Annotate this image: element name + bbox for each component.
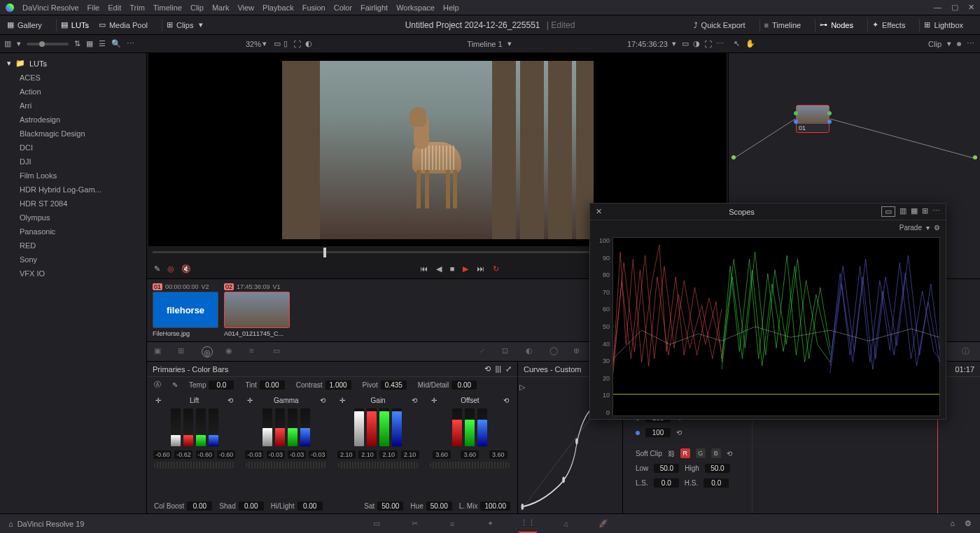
color-bar[interactable]	[288, 408, 298, 446]
hilight-value[interactable]: 0.00	[298, 502, 323, 511]
luts-item[interactable]: ACES	[0, 71, 146, 85]
prev-clip-icon[interactable]: ⏮	[420, 264, 428, 273]
ls-value[interactable]: 0.0	[654, 478, 679, 488]
media-pool-button[interactable]: ▭Media Pool	[99, 20, 148, 29]
middetail-value[interactable]: 0.00	[451, 381, 477, 390]
auto-icon[interactable]: Ⓐ	[154, 380, 161, 390]
sort-icon[interactable]: ⇅	[74, 39, 80, 48]
color-bar[interactable]	[275, 408, 285, 446]
qualifier-icon[interactable]: ◎	[167, 264, 174, 273]
luts-item[interactable]: DJI	[0, 155, 146, 169]
high-value[interactable]: 50.0	[705, 464, 730, 473]
channel-value[interactable]: 100	[645, 428, 671, 437]
color-bar[interactable]	[477, 408, 487, 446]
mute-icon[interactable]: 🔇	[181, 264, 191, 273]
clips-button[interactable]: ⊞Clips▾	[167, 20, 203, 29]
layout-4-icon[interactable]: ▦	[911, 206, 918, 217]
rgb-g-button[interactable]: G	[696, 448, 706, 458]
timeline-name[interactable]: Timeline 1	[467, 40, 502, 48]
jog-wheel[interactable]	[154, 462, 234, 469]
rgb-r-button[interactable]: R	[680, 448, 690, 458]
chevron-down-icon[interactable]: ▾	[262, 39, 267, 48]
list-view-icon[interactable]: ☰	[99, 39, 106, 48]
hdr-icon[interactable]: ◉	[225, 346, 237, 357]
menu-playback[interactable]: Playback	[262, 3, 294, 12]
luts-item[interactable]: VFX IO	[0, 266, 146, 280]
fusion-page-icon[interactable]: ✦	[481, 515, 499, 533]
color-bar[interactable]	[209, 408, 218, 446]
bar-value[interactable]: -0.60	[153, 450, 172, 459]
viewer-mode-icon[interactable]: ▭	[274, 39, 281, 48]
nodes-button[interactable]: ⊶Nodes	[820, 20, 853, 29]
edit-page-icon[interactable]: ≡	[443, 515, 461, 533]
picker-icon[interactable]: ✛	[247, 397, 253, 404]
color-bar[interactable]	[452, 408, 462, 446]
luts-item[interactable]: Sony	[0, 253, 146, 266]
color-bar[interactable]	[367, 408, 377, 446]
color-page-icon[interactable]: ⋮⋮	[519, 515, 537, 533]
color-bar[interactable]	[465, 408, 475, 446]
settings-icon[interactable]: ⚙	[965, 519, 972, 528]
layout-1-icon[interactable]: ▭	[881, 206, 895, 217]
luts-item[interactable]: DCI	[0, 141, 146, 155]
options-icon[interactable]: ⋯	[127, 39, 134, 48]
bar-value[interactable]: 3.60	[461, 450, 479, 459]
menu-file[interactable]: File	[88, 3, 100, 12]
lmix-value[interactable]: 100.00	[480, 502, 510, 511]
layout-grid-icon[interactable]: ⊞	[922, 206, 928, 217]
picker-icon[interactable]: ✎	[154, 264, 160, 273]
menu-workspace[interactable]: Workspace	[396, 3, 435, 12]
curves-icon[interactable]: ⟋	[478, 346, 489, 357]
color-bar[interactable]	[171, 408, 181, 446]
motion-icon[interactable]: ▭	[273, 346, 284, 357]
expand-icon[interactable]: ⛶	[293, 40, 301, 48]
effects-button[interactable]: ✦Effects	[872, 20, 905, 29]
viewer-mode-icon[interactable]: ▯	[284, 39, 288, 48]
close-icon[interactable]: ✕	[968, 3, 974, 12]
color-bar[interactable]	[379, 408, 389, 446]
bar-value[interactable]: -0.03	[245, 450, 263, 459]
hs-value[interactable]: 0.0	[704, 478, 729, 488]
menu-timeline[interactable]: Timeline	[153, 3, 182, 12]
cut-page-icon[interactable]: ✂	[405, 515, 424, 533]
clip-label[interactable]: Clip	[928, 40, 941, 48]
low-value[interactable]: 50.0	[654, 464, 679, 473]
timeline-button[interactable]: ≡Timeline	[764, 21, 802, 29]
reset-icon[interactable]: ⟲	[503, 397, 509, 404]
link-icon[interactable]: ⛓	[668, 450, 675, 457]
viewer-zoom[interactable]: 32%	[246, 40, 261, 48]
picker-icon[interactable]: ✛	[340, 397, 345, 404]
luts-item[interactable]: RED	[0, 239, 146, 253]
node-out-icon[interactable]	[827, 120, 832, 124]
expand-icon[interactable]: ⤢	[505, 364, 512, 374]
stop-icon[interactable]: ■	[450, 264, 455, 273]
grid-view-icon[interactable]: ▦	[86, 39, 93, 48]
node-output-icon[interactable]	[973, 155, 977, 159]
luts-item[interactable]: Action	[0, 85, 146, 99]
scope-mode[interactable]: Parade	[899, 224, 922, 232]
picker-icon[interactable]: ✛	[431, 397, 437, 404]
lightbox-button[interactable]: ⊞Lightbox	[924, 20, 963, 29]
play-icon[interactable]: ▶	[463, 264, 468, 273]
bar-value[interactable]: 2.10	[401, 450, 419, 459]
reset-icon[interactable]: ⟲	[727, 450, 732, 457]
tint-value[interactable]: 0.00	[260, 381, 285, 390]
jog-wheel[interactable]	[430, 462, 510, 469]
search-icon[interactable]: 🔍	[111, 39, 121, 48]
tracking-icon[interactable]: ⊕	[573, 346, 584, 357]
gallery-button[interactable]: ▦Gallery	[7, 20, 42, 29]
menu-color[interactable]: Color	[334, 3, 352, 12]
shad-value[interactable]: 0.00	[239, 502, 264, 511]
bar-value[interactable]: -0.03	[309, 450, 327, 459]
rgb-mixer-icon[interactable]: ≡	[249, 346, 260, 357]
home-icon[interactable]: ⌂	[950, 519, 955, 528]
bar-value[interactable]: -0.62	[174, 450, 192, 459]
close-icon[interactable]: ✕	[596, 207, 602, 216]
bar-value[interactable]: 2.10	[379, 450, 398, 459]
settings-icon[interactable]: ⚙	[934, 224, 940, 232]
bypass-icon[interactable]: ▭	[682, 39, 689, 48]
menu-trim[interactable]: Trim	[130, 3, 145, 12]
sat-value[interactable]: 50.00	[377, 502, 403, 511]
color-bar[interactable]	[300, 408, 310, 446]
deliver-page-icon[interactable]: 🚀	[594, 515, 612, 533]
